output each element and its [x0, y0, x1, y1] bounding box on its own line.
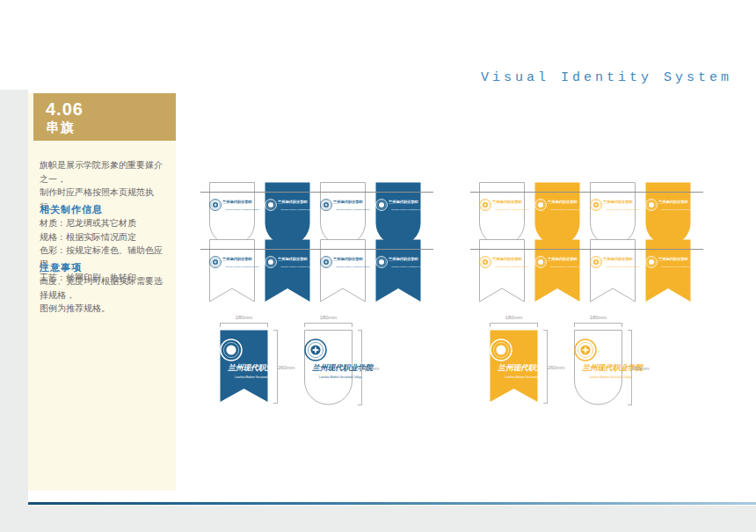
flag-label-cn: 兰州现代职业学院: [228, 362, 259, 373]
header-band: B BASIC PART 应用部分旗帜系统 兰州现代职业学院 Lanzhou M…: [0, 0, 756, 83]
flag-label-cn: 兰州现代职业学院: [278, 257, 297, 262]
flag-label-en: Lanzhou Modern Vocational College: [550, 266, 564, 268]
flag-content: 兰州现代职业学院Lanzhou Modern Vocational Colleg…: [209, 199, 255, 216]
flag-label-cn: 兰州现代职业学院: [222, 200, 242, 205]
dimension-height-label: 260mm: [548, 364, 564, 369]
flag-label-cn: 兰州现代职业学院: [278, 200, 297, 205]
flag-content: 兰州现代职业学院Lanzhou Modern Vocational Colleg…: [590, 256, 636, 273]
flag-content: 兰州现代职业学院Lanzhou Modern Vocational Colleg…: [375, 199, 421, 216]
notes-list: 高度、宽度均可根据实际需要选择规格， 图例为推荐规格。: [40, 274, 170, 316]
dimension-height-label: 260mm: [632, 365, 649, 370]
flag-label-en: Lanzhou Modern Vocational College: [280, 208, 294, 211]
flag-label-cn: 兰州现代职业学院: [333, 200, 353, 205]
flag-details: 180mm兰州现代职业学院Lanzhou Modern Vocational C…: [200, 315, 433, 416]
production-item: 规格：根据实际情况而定: [40, 230, 170, 244]
section-letter: B: [25, 14, 71, 79]
section-number-box: 4.06 串旗: [33, 93, 176, 141]
dimension-height-label: 260mm: [278, 364, 294, 369]
flag-label-en: Lanzhou Modern Vocational College: [606, 208, 620, 211]
section-title: 串旗: [46, 120, 76, 136]
flag-label-cn: 兰州现代职业学院: [603, 257, 622, 262]
flag-content: 兰州现代职业学院Lanzhou Modern Vocational Colleg…: [375, 256, 421, 273]
flag-content: 兰州现代职业学院Lanzhou Modern Vocational Colleg…: [590, 199, 636, 216]
flag-content: 兰州现代职业学院Lanzhou Modern Vocational Colleg…: [479, 199, 525, 216]
flag-label-en: Lanzhou Modern Vocational College: [589, 375, 607, 378]
flag-label-cn: 兰州现代职业学院: [658, 200, 678, 205]
flag-content: 兰州现代职业学院Lanzhou Modern Vocational Colleg…: [320, 256, 366, 273]
production-item: 材质：尼龙绸或其它材质: [40, 216, 170, 230]
string-line: [470, 192, 703, 193]
flag-label-cn: 兰州现代职业学院: [333, 257, 353, 262]
college-name-cn: 兰州现代职业学院: [578, 18, 756, 48]
flag-label-en: Lanzhou Modern Vocational College: [661, 266, 675, 268]
intro-line: 旗帜是展示学院形象的重要媒介之一，: [40, 158, 170, 186]
flag-label-cn: 兰州现代职业学院: [389, 200, 408, 205]
part-label-cn: 应用部分旗帜系统: [94, 55, 247, 79]
flag-label-en: Lanzhou Modern Vocational College: [550, 208, 564, 211]
header-divider: [87, 43, 90, 77]
string-line: [200, 192, 433, 193]
detail-flag-content: 兰州现代职业学院Lanzhou Modern Vocational Colleg…: [490, 339, 538, 383]
flag-label-en: Lanzhou Modern Vocational College: [391, 266, 405, 268]
flag-label-en: Lanzhou Modern Vocational College: [336, 208, 350, 211]
flag-content: 兰州现代职业学院Lanzhou Modern Vocational Colleg…: [645, 199, 691, 216]
dimension-width-bracket: [574, 323, 622, 327]
flag-label-cn: 兰州现代职业学院: [389, 257, 408, 262]
detail-flag-swallowtail-blue: 兰州现代职业学院Lanzhou Modern Vocational Colleg…: [220, 330, 268, 404]
flag-label-cn: 兰州现代职业学院: [548, 200, 567, 205]
flag-label-en: Lanzhou Modern Vocational College: [280, 266, 294, 268]
flag-label-en: Lanzhou Modern Vocational College: [225, 208, 239, 211]
bottom-margin: [0, 506, 756, 532]
detail-flag-content: 兰州现代职业学院Lanzhou Modern Vocational Colleg…: [220, 339, 268, 383]
flag-content: 兰州现代职业学院Lanzhou Modern Vocational Colleg…: [209, 256, 255, 273]
flag-content: 兰州现代职业学院Lanzhou Modern Vocational Colleg…: [479, 256, 525, 273]
detail-flag-rounded-white: 兰州现代职业学院Lanzhou Modern Vocational Colleg…: [304, 330, 353, 405]
flag-label-en: Lanzhou Modern Vocational College: [495, 208, 509, 211]
college-name-en: Lanzhou Modern Vocational College: [580, 46, 756, 58]
flag-label-en: Lanzhou Modern Vocational College: [495, 266, 509, 268]
flag-label-cn: 兰州现代职业学院: [582, 362, 614, 373]
dimension-height-label: 260mm: [362, 365, 379, 370]
flag-content: 兰州现代职业学院Lanzhou Modern Vocational Colleg…: [320, 199, 366, 216]
section-cn-text: 旗帜系统: [173, 57, 247, 77]
flag-content: 兰州现代职业学院Lanzhou Modern Vocational Colleg…: [265, 199, 310, 216]
string-line: [200, 249, 433, 250]
dimension-width-bracket: [304, 323, 353, 327]
production-heading: 相关制作信息: [40, 203, 103, 216]
flag-label-en: Lanzhou Modern Vocational College: [235, 375, 253, 378]
dimension-width-label: 180mm: [585, 315, 613, 320]
flag-label-en: Lanzhou Modern Vocational College: [661, 208, 675, 211]
section-code: 4.06: [46, 99, 84, 120]
flag-label-en: Lanzhou Modern Vocational College: [391, 208, 405, 211]
vi-manual-page: B BASIC PART 应用部分旗帜系统 兰州现代职业学院 Lanzhou M…: [0, 0, 756, 532]
detail-flag-swallowtail-yellow: 兰州现代职业学院Lanzhou Modern Vocational Colleg…: [490, 330, 538, 404]
flag-label-en: Lanzhou Modern Vocational College: [505, 375, 523, 378]
dimension-width-label: 180mm: [315, 315, 343, 320]
detail-flag-content: 兰州现代职业学院Lanzhou Modern Vocational Colleg…: [574, 339, 622, 383]
dimension-width-label: 180mm: [230, 315, 258, 320]
dimension-width-label: 180mm: [500, 315, 528, 320]
flag-content: 兰州现代职业学院Lanzhou Modern Vocational Colleg…: [265, 256, 310, 273]
notes-item: 图例为推荐规格。: [40, 302, 170, 316]
string-line: [470, 249, 703, 250]
flag-content: 兰州现代职业学院Lanzhou Modern Vocational Colleg…: [534, 256, 580, 273]
dimension-width-bracket: [220, 323, 268, 327]
flag-label-cn: 兰州现代职业学院: [498, 362, 529, 373]
flag-details: 180mm兰州现代职业学院Lanzhou Modern Vocational C…: [470, 315, 703, 416]
part-label-en: BASIC PART: [95, 43, 190, 56]
flag-content: 兰州现代职业学院Lanzhou Modern Vocational Colleg…: [645, 256, 691, 273]
footer-rule: [28, 502, 756, 505]
flag-strip-swallowtail: 兰州现代职业学院Lanzhou Modern Vocational Colleg…: [470, 239, 703, 310]
flag-label-en: Lanzhou Modern Vocational College: [319, 375, 338, 378]
left-margin: [0, 90, 28, 532]
flag-label-cn: 兰州现代职业学院: [658, 257, 678, 262]
notes-heading: 注意事项: [40, 261, 82, 274]
vis-caption: Visual Identity System: [481, 70, 732, 85]
flag-label-en: Lanzhou Modern Vocational College: [606, 266, 620, 268]
flag-label-cn: 兰州现代职业学院: [222, 257, 242, 262]
notes-item: 高度、宽度均可根据实际需要选择规格，: [40, 274, 170, 302]
detail-flag-rounded-white: 兰州现代职业学院Lanzhou Modern Vocational Colleg…: [574, 330, 622, 405]
college-seal-icon: [531, 18, 571, 62]
flag-label-cn: 兰州现代职业学院: [492, 200, 512, 205]
flag-content: 兰州现代职业学院Lanzhou Modern Vocational Colleg…: [534, 199, 580, 216]
